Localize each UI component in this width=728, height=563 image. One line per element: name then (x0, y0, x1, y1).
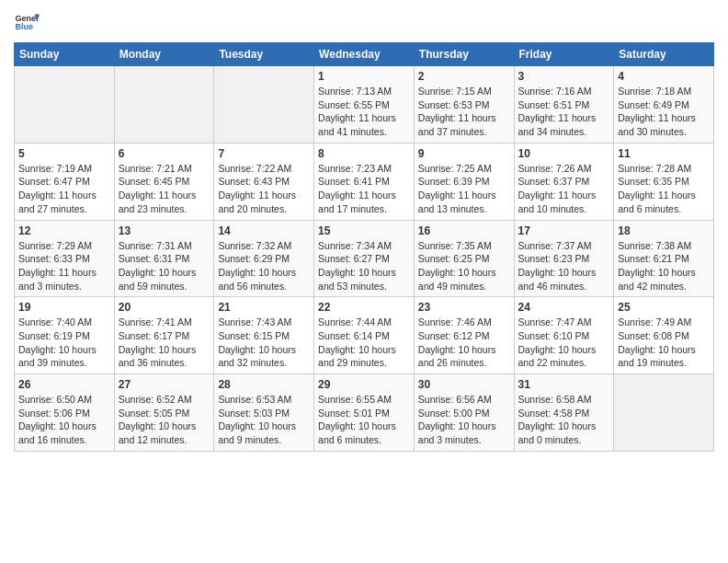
svg-text:Blue: Blue (15, 22, 33, 31)
day-number: 14 (218, 224, 310, 237)
day-number: 9 (418, 147, 510, 160)
day-info: Sunrise: 7:43 AMSunset: 6:15 PMDaylight:… (218, 316, 296, 368)
calendar-cell: 5 Sunrise: 7:19 AMSunset: 6:47 PMDayligh… (15, 143, 115, 220)
col-header-thursday: Thursday (414, 43, 514, 66)
day-info: Sunrise: 7:15 AMSunset: 6:53 PMDaylight:… (418, 86, 496, 137)
calendar-cell: 24 Sunrise: 7:47 AMSunset: 6:10 PMDaylig… (514, 297, 614, 374)
calendar-week-3: 12 Sunrise: 7:29 AMSunset: 6:33 PMDaylig… (15, 220, 714, 297)
calendar-week-1: 1 Sunrise: 7:13 AMSunset: 6:55 PMDayligh… (15, 66, 714, 144)
day-info: Sunrise: 7:23 AMSunset: 6:41 PMDaylight:… (318, 163, 396, 214)
col-header-saturday: Saturday (614, 43, 714, 66)
calendar-cell (15, 66, 115, 144)
calendar-cell: 21 Sunrise: 7:43 AMSunset: 6:15 PMDaylig… (214, 297, 314, 374)
calendar-cell: 12 Sunrise: 7:29 AMSunset: 6:33 PMDaylig… (15, 220, 115, 297)
day-number: 8 (318, 147, 410, 160)
col-header-friday: Friday (514, 43, 614, 66)
day-number: 6 (119, 147, 210, 160)
col-header-monday: Monday (114, 43, 214, 66)
calendar-cell: 30 Sunrise: 6:56 AMSunset: 5:00 PMDaylig… (414, 374, 514, 452)
day-info: Sunrise: 7:21 AMSunset: 6:45 PMDaylight:… (119, 163, 197, 214)
day-number: 12 (18, 224, 110, 237)
calendar-week-2: 5 Sunrise: 7:19 AMSunset: 6:47 PMDayligh… (15, 143, 714, 220)
day-info: Sunrise: 6:53 AMSunset: 5:03 PMDaylight:… (218, 394, 296, 445)
calendar-cell (114, 66, 214, 144)
day-info: Sunrise: 7:35 AMSunset: 6:25 PMDaylight:… (418, 240, 496, 292)
calendar-cell: 8 Sunrise: 7:23 AMSunset: 6:41 PMDayligh… (314, 143, 415, 220)
calendar-cell: 23 Sunrise: 7:46 AMSunset: 6:12 PMDaylig… (414, 297, 514, 374)
day-number: 10 (518, 147, 610, 160)
calendar-cell (214, 66, 314, 144)
calendar-cell: 10 Sunrise: 7:26 AMSunset: 6:37 PMDaylig… (514, 143, 614, 220)
calendar-cell: 13 Sunrise: 7:31 AMSunset: 6:31 PMDaylig… (114, 220, 214, 297)
day-info: Sunrise: 6:55 AMSunset: 5:01 PMDaylight:… (318, 394, 396, 445)
day-info: Sunrise: 6:56 AMSunset: 5:00 PMDaylight:… (418, 394, 496, 445)
day-info: Sunrise: 7:41 AMSunset: 6:17 PMDaylight:… (119, 316, 197, 368)
day-number: 1 (318, 70, 410, 83)
day-info: Sunrise: 7:47 AMSunset: 6:10 PMDaylight:… (518, 316, 597, 368)
calendar-cell: 7 Sunrise: 7:22 AMSunset: 6:43 PMDayligh… (214, 143, 314, 220)
day-number: 13 (119, 224, 210, 237)
day-info: Sunrise: 6:58 AMSunset: 4:58 PMDaylight:… (518, 394, 597, 445)
day-info: Sunrise: 7:34 AMSunset: 6:27 PMDaylight:… (318, 240, 396, 292)
day-info: Sunrise: 6:50 AMSunset: 5:06 PMDaylight:… (18, 394, 97, 445)
logo-icon: General Blue (14, 9, 40, 35)
calendar-cell: 11 Sunrise: 7:28 AMSunset: 6:35 PMDaylig… (614, 143, 714, 220)
day-number: 2 (418, 70, 510, 83)
day-info: Sunrise: 7:13 AMSunset: 6:55 PMDaylight:… (318, 86, 396, 137)
page-header: General Blue (14, 9, 714, 35)
calendar-cell: 26 Sunrise: 6:50 AMSunset: 5:06 PMDaylig… (15, 374, 115, 452)
day-number: 26 (18, 378, 110, 391)
day-number: 5 (18, 147, 110, 160)
day-number: 21 (218, 301, 310, 314)
day-number: 27 (119, 378, 210, 391)
day-number: 7 (218, 147, 310, 160)
day-number: 19 (18, 301, 110, 314)
calendar-cell: 22 Sunrise: 7:44 AMSunset: 6:14 PMDaylig… (314, 297, 415, 374)
col-header-wednesday: Wednesday (314, 43, 415, 66)
day-number: 15 (318, 224, 410, 237)
day-number: 11 (618, 147, 710, 160)
day-number: 3 (518, 70, 610, 83)
calendar-cell: 9 Sunrise: 7:25 AMSunset: 6:39 PMDayligh… (414, 143, 514, 220)
day-number: 20 (119, 301, 210, 314)
calendar-cell: 17 Sunrise: 7:37 AMSunset: 6:23 PMDaylig… (514, 220, 614, 297)
day-info: Sunrise: 6:52 AMSunset: 5:05 PMDaylight:… (119, 394, 197, 445)
col-header-sunday: Sunday (15, 43, 115, 66)
calendar-cell: 29 Sunrise: 6:55 AMSunset: 5:01 PMDaylig… (314, 374, 415, 452)
calendar-cell: 18 Sunrise: 7:38 AMSunset: 6:21 PMDaylig… (614, 220, 714, 297)
day-number: 25 (618, 301, 710, 314)
day-number: 28 (218, 378, 310, 391)
day-info: Sunrise: 7:44 AMSunset: 6:14 PMDaylight:… (318, 316, 396, 368)
day-info: Sunrise: 7:46 AMSunset: 6:12 PMDaylight:… (418, 316, 496, 368)
calendar-cell: 16 Sunrise: 7:35 AMSunset: 6:25 PMDaylig… (414, 220, 514, 297)
calendar-cell: 15 Sunrise: 7:34 AMSunset: 6:27 PMDaylig… (314, 220, 415, 297)
day-info: Sunrise: 7:28 AMSunset: 6:35 PMDaylight:… (618, 163, 696, 214)
calendar-cell: 20 Sunrise: 7:41 AMSunset: 6:17 PMDaylig… (114, 297, 214, 374)
calendar-cell: 27 Sunrise: 6:52 AMSunset: 5:05 PMDaylig… (114, 374, 214, 452)
day-number: 30 (418, 378, 510, 391)
calendar-cell (614, 374, 714, 452)
day-number: 29 (318, 378, 410, 391)
calendar-cell: 6 Sunrise: 7:21 AMSunset: 6:45 PMDayligh… (114, 143, 214, 220)
day-info: Sunrise: 7:19 AMSunset: 6:47 PMDaylight:… (18, 163, 97, 214)
day-info: Sunrise: 7:29 AMSunset: 6:33 PMDaylight:… (18, 240, 97, 292)
day-number: 4 (618, 70, 710, 83)
calendar-cell: 28 Sunrise: 6:53 AMSunset: 5:03 PMDaylig… (214, 374, 314, 452)
calendar-cell: 1 Sunrise: 7:13 AMSunset: 6:55 PMDayligh… (314, 66, 415, 144)
day-info: Sunrise: 7:32 AMSunset: 6:29 PMDaylight:… (218, 240, 296, 292)
day-info: Sunrise: 7:31 AMSunset: 6:31 PMDaylight:… (119, 240, 197, 292)
day-number: 16 (418, 224, 510, 237)
calendar-cell: 19 Sunrise: 7:40 AMSunset: 6:19 PMDaylig… (15, 297, 115, 374)
calendar-cell: 2 Sunrise: 7:15 AMSunset: 6:53 PMDayligh… (414, 66, 514, 144)
day-number: 31 (518, 378, 610, 391)
day-info: Sunrise: 7:37 AMSunset: 6:23 PMDaylight:… (518, 240, 597, 292)
calendar-cell: 14 Sunrise: 7:32 AMSunset: 6:29 PMDaylig… (214, 220, 314, 297)
day-info: Sunrise: 7:16 AMSunset: 6:51 PMDaylight:… (518, 86, 597, 137)
calendar-week-4: 19 Sunrise: 7:40 AMSunset: 6:19 PMDaylig… (15, 297, 714, 374)
calendar-cell: 3 Sunrise: 7:16 AMSunset: 6:51 PMDayligh… (514, 66, 614, 144)
day-number: 22 (318, 301, 410, 314)
calendar-cell: 4 Sunrise: 7:18 AMSunset: 6:49 PMDayligh… (614, 66, 714, 144)
day-number: 17 (518, 224, 610, 237)
day-info: Sunrise: 7:25 AMSunset: 6:39 PMDaylight:… (418, 163, 496, 214)
logo: General Blue (14, 9, 40, 35)
